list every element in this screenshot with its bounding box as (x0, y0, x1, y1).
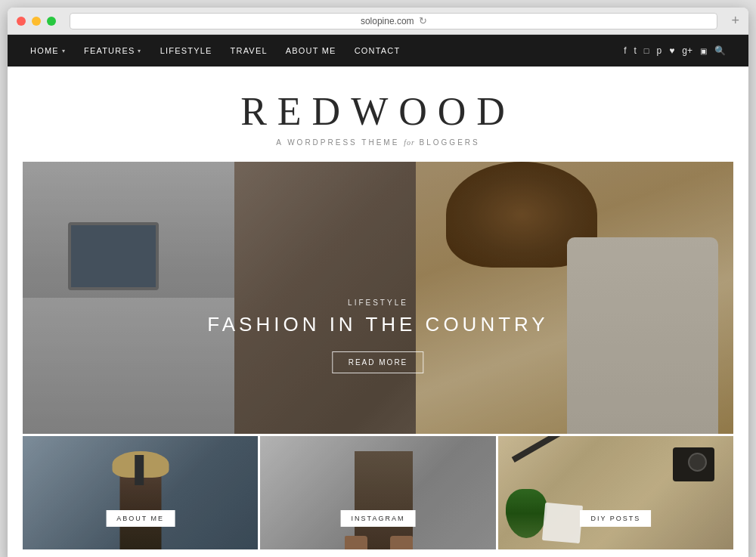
hero-background: LIFESTYLE FASHION IN THE COUNTRY READ MO… (23, 162, 733, 434)
close-button[interactable] (17, 17, 26, 26)
card-diy[interactable]: DIY POSTS (498, 436, 733, 549)
nav-about-me[interactable]: ABOUT ME (286, 46, 336, 55)
nav-travel[interactable]: TRAVEL (231, 46, 268, 55)
new-tab-button[interactable]: + (731, 13, 739, 29)
googleplus-icon[interactable]: g+ (682, 45, 692, 56)
website-content: HOME ▾ FEATURES ▾ LIFESTYLE TRAVEL ABOUT… (8, 35, 748, 557)
site-header: REDWOOD A WORDPRESS THEME for BLOGGERS (8, 67, 748, 162)
card-about-me[interactable]: ABOUT ME (23, 436, 258, 549)
card-instagram[interactable]: INSTAGRAM (260, 436, 495, 549)
card-label-about: ABOUT ME (106, 510, 175, 527)
card-overlay (498, 436, 733, 549)
nav-home[interactable]: HOME ▾ (30, 46, 66, 55)
hero-section: LIFESTYLE FASHION IN THE COUNTRY READ MO… (23, 162, 733, 434)
rss-icon[interactable]: ▣ (700, 47, 707, 55)
navigation-bar: HOME ▾ FEATURES ▾ LIFESTYLE TRAVEL ABOUT… (8, 35, 748, 67)
hero-overlay (23, 162, 733, 434)
chevron-down-icon: ▾ (138, 48, 141, 54)
hero-category: LIFESTYLE (207, 299, 548, 307)
minimize-button[interactable] (32, 17, 41, 26)
site-title: REDWOOD (8, 89, 748, 134)
refresh-icon[interactable]: ↻ (419, 15, 427, 26)
instagram-icon[interactable]: □ (644, 46, 649, 55)
twitter-icon[interactable]: t (634, 45, 637, 56)
url-text: solopine.com (361, 16, 414, 26)
nav-links: HOME ▾ FEATURES ▾ LIFESTYLE TRAVEL ABOUT… (30, 46, 400, 55)
hero-content: LIFESTYLE FASHION IN THE COUNTRY READ MO… (207, 299, 548, 373)
social-icons: f t □ p ♥ g+ ▣ 🔍 (624, 45, 726, 56)
card-label-instagram: INSTAGRAM (341, 510, 416, 527)
browser-titlebar: solopine.com ↻ + (8, 8, 748, 35)
card-overlay (260, 436, 495, 549)
pinterest-icon[interactable]: p (657, 45, 662, 56)
nav-features[interactable]: FEATURES ▾ (84, 46, 142, 55)
read-more-button[interactable]: READ MORE (333, 351, 424, 373)
nav-lifestyle[interactable]: LIFESTYLE (160, 46, 212, 55)
browser-window: solopine.com ↻ + HOME ▾ FEATURES ▾ LIFES… (8, 8, 748, 557)
maximize-button[interactable] (47, 17, 56, 26)
site-subtitle: A WORDPRESS THEME for BLOGGERS (8, 138, 748, 147)
heart-icon[interactable]: ♥ (669, 45, 674, 56)
chevron-down-icon: ▾ (62, 48, 66, 54)
address-bar[interactable]: solopine.com ↻ (70, 13, 717, 29)
card-label-diy: DIY POSTS (580, 510, 651, 527)
search-icon[interactable]: 🔍 (714, 45, 726, 56)
nav-contact[interactable]: CONTACT (355, 46, 401, 55)
cards-row: ABOUT ME INSTAGRAM DIY POSTS (23, 436, 733, 549)
facebook-icon[interactable]: f (624, 45, 626, 56)
hero-title: FASHION IN THE COUNTRY (207, 313, 548, 336)
card-overlay (23, 436, 258, 549)
